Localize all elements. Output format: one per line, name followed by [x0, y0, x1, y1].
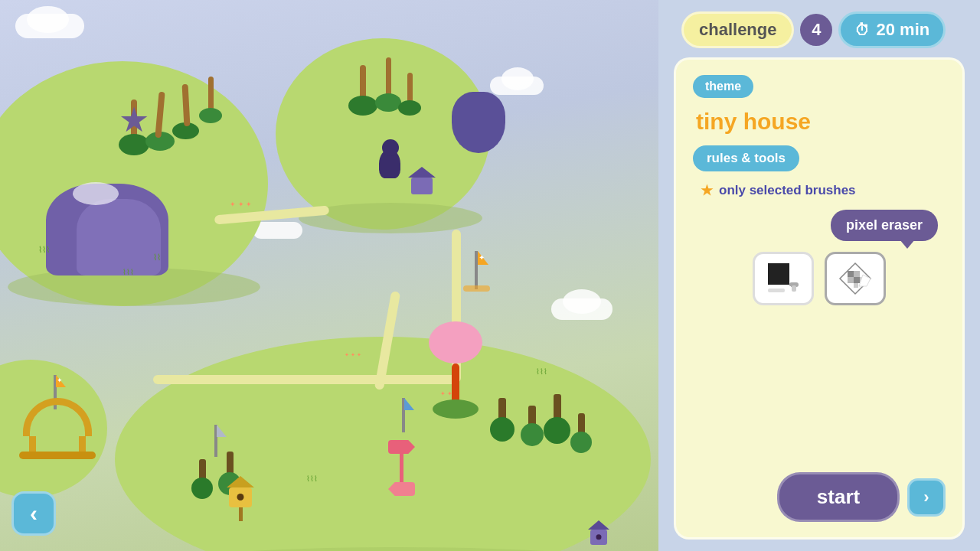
pixel-eraser-tooltip: pixel eraser [831, 210, 938, 241]
tree-bottom-5 [191, 459, 213, 499]
flowers-2: ✦ ✦ [440, 390, 452, 397]
timer-badge: ⏱ 20 min [838, 11, 946, 48]
next-arrow-icon: › [923, 487, 929, 507]
pixel-eraser-icon [836, 259, 874, 298]
cherry-blossom-tree [429, 321, 482, 419]
svg-rect-2 [792, 285, 796, 292]
challenge-header: challenge 4 ⏱ 20 min [681, 11, 946, 48]
palm-tree-3 [172, 84, 199, 139]
start-button[interactable]: start [777, 472, 900, 522]
house-top-right [408, 167, 436, 194]
timer-label: 20 min [876, 20, 929, 40]
svg-rect-7 [854, 271, 860, 277]
flag-bottom-left [214, 425, 217, 457]
svg-rect-9 [854, 277, 860, 283]
grass-4: ⌇⌇⌇ [536, 367, 547, 376]
mountain-snow [73, 182, 119, 205]
svg-rect-11 [854, 283, 858, 288]
grass-3: ⌇⌇⌇ [122, 268, 134, 276]
spacer [693, 316, 946, 461]
brush-tools [753, 252, 886, 305]
flowers-1: ✦ ✦ ✦ [230, 201, 252, 208]
pixel-eraser-button[interactable] [825, 252, 886, 305]
back-arrow-icon: ‹ [30, 502, 38, 525]
cloud-4 [253, 222, 302, 239]
star-icon: ★ [701, 182, 713, 199]
square-brush-icon [764, 259, 802, 298]
theme-badge: theme [693, 75, 753, 98]
palm-tree-2 [145, 92, 175, 151]
timer-icon: ⏱ [854, 21, 870, 39]
next-arrow-button[interactable]: › [907, 478, 946, 517]
birdhouse-small [588, 520, 609, 545]
back-arrow-button[interactable]: ‹ [11, 491, 56, 536]
tools-area: pixel eraser [693, 210, 946, 305]
tree-right-2 [375, 57, 401, 112]
rules-section: rules & tools [693, 145, 946, 171]
tree-right-3 [398, 73, 421, 116]
theme-section: theme [693, 75, 946, 98]
start-area: start › [777, 472, 946, 522]
cloud-3b [563, 289, 601, 314]
cloud-2b [501, 67, 534, 90]
map-area: ★ ✦ ✦ ✦ ✦ ✦ ✦ ✦ ✦ ⌇⌇⌇ ⌇⌇ ⌇⌇⌇ ⌇⌇⌇ ⌇⌇⌇ ✦ ✦ [0, 0, 658, 551]
mountain-left-2 [77, 199, 161, 276]
grass-5: ⌇⌇⌇ [306, 474, 318, 483]
square-brush-button[interactable] [753, 252, 814, 305]
challenge-number: 4 [800, 14, 832, 46]
tree-bottom-3 [544, 394, 570, 444]
signpost [388, 440, 415, 496]
palm-tree-4 [199, 77, 222, 123]
flag-main: ✦ [475, 251, 478, 289]
rules-badge: rules & tools [693, 145, 799, 171]
svg-rect-8 [848, 277, 854, 283]
svg-rect-4 [768, 289, 785, 292]
birdhouse [227, 476, 254, 521]
rules-text: ★ only selected brushes [693, 182, 946, 199]
rules-text-label: only selected brushes [719, 183, 856, 198]
tree-bottom-4 [570, 413, 592, 453]
cloud-1b [27, 6, 69, 33]
tree-right-1 [348, 65, 377, 116]
character-head [382, 139, 399, 156]
theme-title: tiny house [693, 109, 946, 135]
flag-bottom-center [402, 398, 405, 432]
grass-1: ⌇⌇⌇ [38, 245, 50, 255]
svg-rect-0 [768, 263, 789, 285]
path-h2 [153, 375, 459, 384]
right-panel: challenge 4 ⏱ 20 min theme tiny house ru… [658, 0, 980, 551]
purple-star: ★ [119, 99, 149, 140]
tree-bottom-2 [521, 406, 544, 446]
grass-2: ⌇⌇ [153, 253, 161, 262]
flowers-3: ✦ ✦ ✦ [345, 352, 361, 358]
arch-structure [23, 398, 96, 459]
boulder [452, 92, 505, 153]
svg-rect-6 [848, 271, 854, 277]
info-card: theme tiny house rules & tools ★ only se… [674, 57, 965, 540]
challenge-label: challenge [681, 11, 794, 48]
tree-bottom-1 [490, 398, 514, 442]
